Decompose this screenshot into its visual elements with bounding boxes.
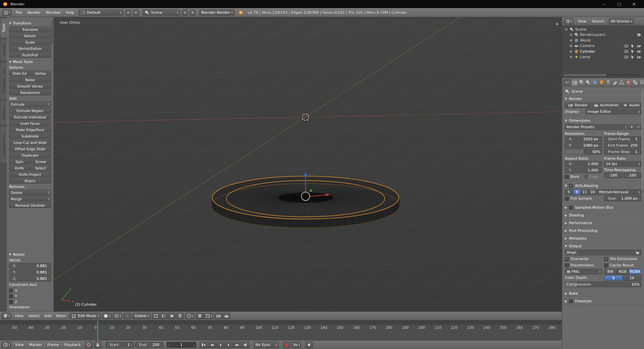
constraint-axis-x-checkbox[interactable]: ✓	[9, 289, 13, 293]
expand-toggle-icon[interactable]: ⊕	[569, 44, 573, 48]
mode-selector[interactable]: Edit Mode ▴▾	[69, 313, 101, 319]
outliner-scope-selector[interactable]: All Scenes ▴▾	[609, 18, 634, 24]
properties-tab-object-data[interactable]	[619, 79, 625, 86]
menu-render[interactable]: Render	[24, 10, 43, 15]
photo-icon[interactable]	[637, 33, 641, 37]
color-depth-8-button[interactable]: 8	[604, 275, 623, 281]
channel-rgba-button[interactable]: RGBA	[629, 269, 641, 275]
tool-button-scale[interactable]: Scale	[9, 39, 51, 45]
record-button[interactable]	[283, 342, 290, 348]
tool-button-subdivide[interactable]: Subdivide	[9, 133, 51, 139]
eye-icon[interactable]	[624, 55, 629, 59]
menu-search[interactable]: Search	[589, 19, 607, 23]
aa-samples-16-button[interactable]: 16	[589, 189, 597, 195]
timeline-playhead[interactable]	[97, 320, 98, 340]
delete-scene-button[interactable]: ×	[190, 9, 196, 16]
outliner-editor-type-selector[interactable]: ▴▾	[564, 18, 573, 24]
panel-render-header[interactable]: ▼ Render	[565, 95, 641, 102]
resolution-y-field[interactable]: ‹Y: 1080 px›	[565, 143, 602, 148]
resolution-x-field[interactable]: ‹X: 1920 px›	[565, 136, 602, 142]
tool-button-noise[interactable]: Noise	[9, 77, 51, 83]
channel-rgb-button[interactable]: RGB	[617, 269, 629, 275]
expand-toggle-icon[interactable]: ⊖	[564, 28, 568, 31]
close-button[interactable]: ×	[627, 0, 641, 8]
outliner-scrollbar[interactable]	[564, 74, 641, 76]
expand-toggle-icon[interactable]: ⊕	[569, 50, 573, 53]
properties-tab-object[interactable]	[598, 79, 605, 86]
jump-end-button[interactable]: ▶▌	[241, 342, 250, 348]
properties-tab-world[interactable]	[592, 79, 598, 86]
panel-post-processing-header[interactable]: ▶Post Processing	[565, 227, 641, 234]
tool-button-push-pull[interactable]: Push/Pull	[9, 52, 51, 58]
menu-playback[interactable]: Playback	[61, 343, 83, 347]
compression-slider[interactable]: Compression: 15%	[565, 282, 641, 287]
tool-menu-merge[interactable]: Merge▴▾	[9, 196, 51, 202]
proportional-edit-selector[interactable]: ▴▾	[185, 313, 195, 319]
menu-select[interactable]: Select	[26, 314, 42, 318]
face-select-button[interactable]	[168, 313, 176, 319]
shelf-panel-header-transform[interactable]: ▼Transform	[9, 20, 51, 27]
pointer-icon[interactable]	[630, 44, 635, 48]
transform-orientation-selector[interactable]: Global ▴▾	[132, 313, 151, 319]
menu-marker[interactable]: Marker	[26, 343, 45, 347]
aspect-y-field[interactable]: ‹Y: 1.000›	[565, 167, 602, 173]
panel-bake-header[interactable]: ▶Bake	[565, 290, 641, 297]
tool-menu-delete[interactable]: Delete▴▾	[9, 190, 51, 195]
aa-samples-11-button[interactable]: 11	[581, 189, 589, 195]
snap-toggle[interactable]	[196, 313, 204, 319]
render-animation-button[interactable]: Animation	[592, 102, 621, 108]
menu-help[interactable]: Help	[63, 10, 77, 15]
end-frame-field[interactable]: ‹ End: 250 ›	[135, 342, 163, 348]
aa-samples-5-button[interactable]: 5	[565, 189, 573, 195]
overwrite-checkbox[interactable]: ✓	[565, 257, 569, 261]
tool-button-randomize[interactable]: Randomize	[9, 90, 51, 95]
full-sample-checkbox[interactable]: ✓	[565, 197, 569, 201]
sync-mode-selector[interactable]: No Sync ▴▾	[254, 342, 279, 348]
tool-button-vertex[interactable]: Vertex	[30, 70, 51, 76]
edge-select-button[interactable]	[160, 313, 168, 319]
keying-set-lock-button[interactable]	[94, 342, 102, 348]
outliner-item-world[interactable]: ⊕World	[562, 38, 644, 43]
play-button[interactable]: ▶	[225, 342, 233, 348]
start-frame-field-props[interactable]: ‹Start Frame: 1›	[604, 136, 641, 142]
keyframe-type-button[interactable]	[305, 342, 313, 348]
properties-tab-render-layers[interactable]	[578, 79, 585, 86]
opengl-render-button[interactable]	[215, 313, 222, 319]
expand-toggle-icon[interactable]: ⊕	[569, 33, 573, 37]
tool-button-extrude-individual[interactable]: Extrude Individual	[9, 114, 51, 120]
tool-menu-extrude[interactable]: Extrude▴▾	[9, 101, 51, 107]
next-keyframe-button[interactable]: ▶▶	[233, 342, 241, 348]
remap-old-field[interactable]: ‹ :100 ›	[604, 172, 623, 178]
manipulator-toggle[interactable]	[123, 313, 131, 319]
vertex-select-button[interactable]	[152, 313, 160, 319]
render-button[interactable]: Render	[565, 102, 591, 108]
render-toggle-icon[interactable]	[637, 49, 641, 53]
aspect-x-field[interactable]: ‹X: 1.000›	[565, 161, 602, 167]
eye-icon[interactable]	[624, 44, 629, 48]
frame-step-field[interactable]: ‹Frame Step: 1›	[604, 149, 641, 155]
properties-tab-scene[interactable]	[585, 79, 591, 86]
placeholders-checkbox[interactable]: ✓	[565, 263, 569, 267]
crop-checkbox[interactable]: ✓	[584, 175, 588, 179]
shelf-panel-header-mesh-tools[interactable]: ▼Mesh Tools	[9, 58, 51, 65]
panel-shading-header[interactable]: ▶Shading	[565, 212, 641, 219]
opengl-render-anim-button[interactable]	[223, 313, 230, 319]
screen-layout-selector[interactable]: Default ▴▾	[78, 9, 123, 16]
auto-keyframe-button[interactable]	[85, 342, 93, 348]
aa-samples-8-button[interactable]: 8	[573, 189, 581, 195]
menu-file[interactable]: File	[13, 10, 24, 15]
resize-y-field[interactable]: ‹Y:0.881›	[9, 269, 51, 275]
render-toggle-icon[interactable]	[637, 44, 641, 48]
properties-tab-material[interactable]	[625, 79, 632, 86]
freestyle-checkbox[interactable]: ✓	[569, 299, 573, 303]
tool-button-inset-faces[interactable]: Inset Faces	[9, 120, 51, 126]
play-reverse-button[interactable]: ◀	[216, 342, 224, 348]
panel-metadata-header[interactable]: ▶Metadata	[565, 235, 641, 242]
properties-tab-texture[interactable]	[632, 79, 638, 86]
output-path-field[interactable]: /tmp\	[565, 250, 641, 255]
delete-screen-layout-button[interactable]: ×	[133, 9, 139, 16]
tool-button-select[interactable]: Select	[30, 165, 51, 171]
maximize-button[interactable]: □	[612, 0, 627, 8]
remove-preset-button[interactable]: −	[635, 124, 641, 130]
render-audio-button[interactable]: Audio	[621, 102, 641, 108]
